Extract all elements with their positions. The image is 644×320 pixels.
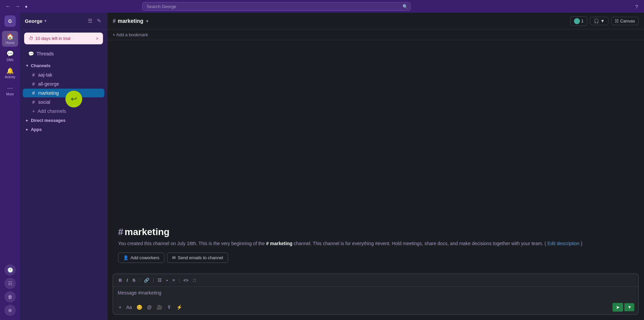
- trial-banner-text: ⏱ 10 days left in trial: [29, 36, 70, 41]
- hash-icon: #: [32, 99, 35, 105]
- icon-bar-expand-button[interactable]: ⊕: [4, 305, 16, 316]
- message-placeholder: Message #marketing: [118, 290, 161, 295]
- members-count-button[interactable]: 1: [570, 16, 587, 26]
- icon-bar-delete-button[interactable]: 🗑: [4, 291, 16, 303]
- message-footer-right: ➤ ▼: [612, 303, 634, 312]
- toolbar-divider-3: [179, 278, 179, 283]
- canvas-button[interactable]: ☵ Canvas: [611, 17, 639, 25]
- audio-button[interactable]: 🎙: [165, 304, 173, 311]
- workspace-name[interactable]: George ▼: [25, 18, 47, 24]
- trial-clock-icon: ⏱: [29, 36, 33, 41]
- icon-bar-clock-button[interactable]: 🕐: [4, 264, 16, 276]
- plus-button[interactable]: +: [117, 304, 123, 311]
- send-dropdown-button[interactable]: ▼: [625, 303, 634, 311]
- activity-label: Activity: [5, 75, 15, 79]
- welcome-channel-highlight: # marketing: [266, 241, 292, 246]
- icon-bar-grid-button[interactable]: ☷: [4, 278, 16, 289]
- strikethrough-button[interactable]: S: [131, 277, 137, 284]
- apps-toggle-icon: ►: [25, 128, 29, 131]
- workspace-avatar[interactable]: G: [4, 15, 16, 27]
- apps-section-label: Apps: [31, 127, 42, 132]
- headphones-button[interactable]: 🎧 ▼: [590, 17, 608, 25]
- search-icon-button[interactable]: 🔍: [402, 4, 408, 9]
- unordered-list-button[interactable]: •: [165, 277, 170, 284]
- channel-item-marketing[interactable]: # marketing: [23, 89, 104, 97]
- channel-action-buttons: 👤 Add coworkers ✉ Send emails to channel: [118, 253, 633, 263]
- channel-name-area[interactable]: # marketing ▼: [113, 18, 149, 24]
- font-button[interactable]: Aa: [124, 304, 133, 311]
- canvas-label: Canvas: [620, 18, 635, 24]
- channel-name-marketing: marketing: [38, 90, 59, 96]
- send-emails-mail-icon: ✉: [172, 255, 176, 260]
- sidebar-header: George ▼ ☰ ✎: [20, 13, 107, 29]
- dms-label: DMs: [7, 58, 14, 62]
- canvas-icon: ☵: [615, 18, 619, 24]
- edit-description-link[interactable]: Edit description: [547, 241, 580, 246]
- compose-button[interactable]: ✎: [96, 17, 102, 25]
- bookmark-bar: + Add a bookmark: [107, 30, 644, 40]
- send-emails-button[interactable]: ✉ Send emails to channel: [167, 253, 228, 263]
- members-count-text: 1: [581, 18, 584, 24]
- apps-section-header[interactable]: ► Apps: [20, 125, 107, 134]
- message-footer: + Aa 😊 @ 🎥 🎙 ⚡ ➤ ▼: [113, 301, 638, 314]
- help-button[interactable]: ?: [633, 3, 640, 10]
- code-block-button[interactable]: □: [192, 277, 198, 284]
- add-coworkers-button[interactable]: 👤 Add coworkers: [118, 253, 164, 263]
- channel-name-aaj-tak: aaj-tak: [38, 72, 52, 78]
- message-text-input[interactable]: Message #marketing: [113, 287, 638, 301]
- channels-section: ▼ Channels # aaj-tak # all-george # mark…: [20, 60, 107, 320]
- search-input[interactable]: [142, 2, 411, 11]
- forward-button[interactable]: →: [13, 3, 21, 10]
- sidebar-item-home[interactable]: 🏠 Home: [2, 31, 18, 47]
- sidebar-item-dms[interactable]: 💬 DMs: [2, 48, 18, 64]
- channel-header-name: marketing: [118, 18, 143, 24]
- send-emails-label: Send emails to channel: [178, 255, 223, 260]
- indent-button[interactable]: ≡: [171, 277, 177, 284]
- welcome-channel-name: marketing: [125, 227, 170, 237]
- filter-button[interactable]: ☰: [87, 17, 93, 25]
- dm-section-header[interactable]: ► Direct messages: [20, 116, 107, 125]
- code-button[interactable]: <>: [182, 277, 190, 284]
- channel-welcome-title: # marketing: [118, 227, 633, 237]
- add-channels-item[interactable]: + Add channels: [23, 107, 104, 116]
- trial-banner[interactable]: ⏱ 10 days left in trial >: [24, 33, 103, 44]
- icon-bar-bottom: 🕐 ☷ 🗑 ⊕: [4, 264, 16, 320]
- welcome-hash-icon: #: [118, 227, 123, 237]
- channel-name-social: social: [38, 99, 50, 105]
- shortcuts-button[interactable]: ⚡: [175, 304, 184, 311]
- channel-welcome: # marketing You created this channel on …: [113, 220, 639, 268]
- workspace-chevron-icon: ▼: [44, 19, 47, 23]
- channel-item-all-george[interactable]: # all-george: [23, 80, 104, 88]
- threads-nav-item[interactable]: 💬 Threads: [23, 49, 104, 58]
- more-icon: ⋯: [7, 84, 13, 92]
- top-bar: ← → ● 🔍 ?: [0, 0, 644, 13]
- italic-button[interactable]: I: [125, 277, 129, 284]
- bold-button[interactable]: B: [117, 277, 123, 284]
- workspace-name-text: George: [25, 18, 43, 24]
- threads-label: Threads: [37, 51, 54, 56]
- video-button[interactable]: 🎥: [155, 304, 164, 311]
- message-toolbar: B I S 🔗 ☷ • ≡ <> □: [113, 274, 638, 287]
- ordered-list-button[interactable]: ☷: [156, 277, 163, 284]
- channels-section-header[interactable]: ▼ Channels: [20, 61, 107, 70]
- search-bar-container: 🔍: [142, 2, 411, 11]
- add-bookmark-button[interactable]: + Add a bookmark: [113, 32, 148, 37]
- sidebar-item-more[interactable]: ⋯ More: [2, 82, 18, 98]
- mention-button[interactable]: @: [145, 304, 153, 311]
- channel-name-all-george: all-george: [38, 81, 59, 87]
- toolbar-divider-1: [140, 278, 140, 283]
- send-button[interactable]: ➤: [612, 303, 623, 312]
- link-button[interactable]: 🔗: [142, 277, 151, 284]
- threads-icon: 💬: [28, 51, 34, 56]
- hash-icon: #: [32, 81, 35, 87]
- back-button[interactable]: ←: [4, 3, 12, 10]
- history-button[interactable]: ●: [23, 3, 30, 10]
- emoji-button[interactable]: 😊: [135, 304, 144, 311]
- channel-item-aaj-tak[interactable]: # aaj-tak: [23, 71, 104, 79]
- sidebar-item-activity[interactable]: 🔔 Activity: [2, 65, 18, 81]
- dm-toggle-icon: ►: [25, 119, 29, 122]
- home-label: Home: [6, 41, 15, 45]
- toolbar-divider-2: [153, 278, 154, 283]
- channel-item-social[interactable]: # social: [23, 98, 104, 106]
- welcome-desc-1: You created this channel on July 18th. T…: [118, 241, 265, 246]
